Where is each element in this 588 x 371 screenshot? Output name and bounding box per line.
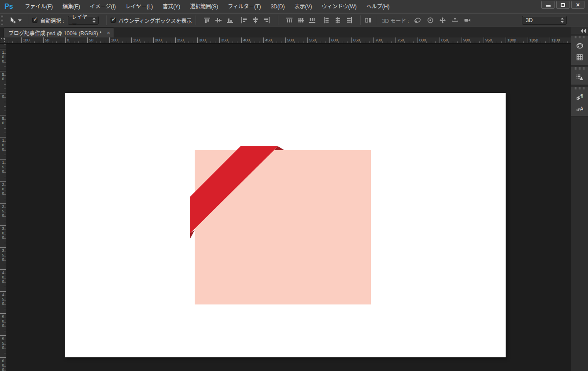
align-left-edges-icon[interactable] [240,17,248,24]
menu-item-layer[interactable]: レイヤー(L) [121,0,158,13]
ruler-label: 250 [0,203,6,218]
document-canvas[interactable] [65,93,506,357]
ruler-label: 550 [307,37,316,44]
ruler-label: 100 [0,49,6,63]
menu-item-view[interactable]: 表示(V) [289,0,317,13]
tool-presets-panel-button[interactable] [571,71,588,83]
distribute-bottom-edges-icon[interactable] [309,17,316,24]
paragraph-panel-button[interactable]: ¶ [571,91,588,103]
align-vertical-group [203,17,233,24]
window-controls: × [540,1,584,9]
zoom-3d-camera-icon[interactable] [464,17,471,24]
rotate-3d-camera-icon[interactable] [414,17,422,24]
spinner-icon [92,17,96,23]
ruler-label: 400 [241,37,250,44]
close-button[interactable]: × [571,1,584,9]
distribute-vertical-centers-icon[interactable] [297,17,304,24]
align-top-edges-icon[interactable] [203,17,211,24]
distribute-right-edges-icon[interactable] [346,17,353,24]
ruler-label: 700 [374,37,382,44]
divider [196,15,196,25]
ruler-label: 50 [43,37,49,44]
ruler-label: 50 [0,115,6,125]
panel-grip-handle[interactable] [574,87,585,89]
ruler-label: 200 [153,37,162,44]
distribute-left-edges-icon[interactable] [323,17,330,24]
character-panel-button[interactable]: A [571,103,588,114]
bounding-box-label: バウンディングボックスを表示 [118,17,192,24]
panel-grip-handle[interactable] [574,67,585,70]
swatches-panel-button[interactable] [571,52,588,63]
menu-item-select[interactable]: 選択範囲(S) [185,0,223,13]
menu-item-window[interactable]: ウィンドウ(W) [317,0,361,13]
ruler-label: 950 [484,37,492,44]
distribute-top-edges-icon[interactable] [286,17,293,24]
menu-item-help[interactable]: ヘルプ(H) [362,0,395,13]
ruler-label: 50 [0,71,6,81]
ruler-origin-box[interactable] [0,37,6,44]
layer-target-dropdown[interactable]: レイヤー [68,16,99,25]
options-bar: ✓ 自動選択 : レイヤー ✓ バウンディングボックスを表示 [0,13,588,27]
roll-3d-camera-icon[interactable] [427,17,434,24]
expand-panels-icon[interactable] [581,29,586,33]
ruler-label: 500 [285,37,294,44]
dock-header [571,27,588,34]
align-bottom-edges-icon[interactable] [226,17,233,24]
3d-mode-label: 3D モード : [382,17,409,24]
swatches-grid-icon [576,54,583,61]
menu-item-edit[interactable]: 編集(E) [58,0,85,13]
panel-group-presets [571,67,588,85]
menu-item-file[interactable]: ファイル(F) [20,0,58,13]
right-panel-dock: ¶ A [571,27,588,371]
distribute-horizontal-group [323,17,353,24]
ruler-label: 250 [175,37,184,44]
canvas-area[interactable] [6,44,571,371]
options-bar-grip-handle[interactable] [1,15,3,26]
ruler-label: 550 [0,335,6,350]
panel-grip-handle[interactable] [574,36,585,38]
ruler-label: 1000 [506,37,516,44]
ruler-label: 650 [351,37,360,44]
menu-item-filter[interactable]: フィルター(T) [223,0,266,13]
ruler-label: 100 [21,37,30,44]
minimize-button[interactable] [541,1,555,9]
move-tool-button[interactable] [7,16,24,25]
slide-3d-camera-icon[interactable] [451,17,459,24]
ruler-label: 600 [0,357,6,371]
ruler-label: 50 [87,37,93,44]
minimize-icon [546,5,551,7]
auto-select-checkbox[interactable]: ✓ 自動選択 : [32,17,64,24]
ruler-label: 150 [131,37,140,44]
align-horizontal-centers-icon[interactable] [252,17,259,24]
vertical-ruler[interactable]: 1005005010015020025030035040045050055060… [0,44,6,371]
workspace-value: 3D [526,17,533,23]
close-tab-icon[interactable]: × [107,30,111,36]
layer-target-value: レイヤー [72,13,89,28]
align-right-edges-icon[interactable] [263,17,270,24]
close-icon: × [576,2,580,8]
menu-bar: Ps ファイル(F) 編集(E) イメージ(I) レイヤー(L) 書式(Y) 選… [0,0,588,13]
document-tab-bar: ブログ記事作成.psd @ 100% (RGB/8) * × [0,27,571,37]
bounding-box-checkbox[interactable]: ✓ バウンディングボックスを表示 [111,17,192,24]
color-panel-button[interactable] [571,40,588,52]
ruler-label: 1050 [528,37,538,44]
pan-3d-camera-icon[interactable] [439,17,446,24]
menu-item-image[interactable]: イメージ(I) [85,0,121,13]
distribute-horizontal-centers-icon[interactable] [334,17,341,24]
menu-item-3d[interactable]: 3D(D) [266,0,289,13]
photoshop-logo: Ps [4,3,13,11]
dock-empty-area [571,117,588,364]
horizontal-ruler[interactable]: 1005005010015020025030035040045050055060… [6,37,571,44]
workspace-switcher[interactable]: 3D [522,16,567,25]
document-tab[interactable]: ブログ記事作成.psd @ 100% (RGB/8) * × [4,27,114,37]
divider [28,15,28,25]
ruler-label: 0 [0,93,6,99]
menu-item-type[interactable]: 書式(Y) [158,0,185,13]
maximize-icon [561,3,565,7]
align-vertical-centers-icon[interactable] [215,17,222,24]
maximize-button[interactable] [556,1,570,9]
auto-align-layers-icon[interactable] [365,17,372,24]
ruler-label: 100 [109,37,118,44]
svg-text:A: A [580,106,584,112]
ruler-label: 750 [396,37,404,44]
